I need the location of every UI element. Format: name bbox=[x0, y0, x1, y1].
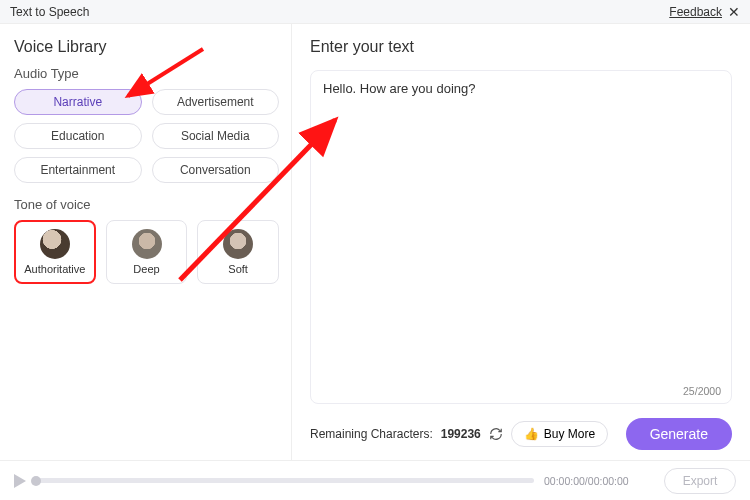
play-icon[interactable] bbox=[14, 474, 26, 488]
tone-of-voice-row: Authoritative Deep Soft bbox=[14, 220, 279, 284]
char-count: 25/2000 bbox=[683, 385, 721, 397]
avatar-icon bbox=[132, 229, 162, 259]
refresh-icon[interactable] bbox=[489, 427, 503, 441]
audio-type-label: Audio Type bbox=[14, 66, 279, 81]
audio-type-conversation[interactable]: Conversation bbox=[152, 157, 280, 183]
remaining-chars-value: 199236 bbox=[441, 427, 481, 441]
tone-card-deep[interactable]: Deep bbox=[106, 220, 188, 284]
close-icon[interactable]: ✕ bbox=[728, 4, 740, 20]
title-bar: Text to Speech Feedback ✕ bbox=[0, 0, 750, 24]
generate-button[interactable]: Generate bbox=[626, 418, 732, 450]
avatar-icon bbox=[40, 229, 70, 259]
enter-text-heading: Enter your text bbox=[310, 38, 732, 56]
text-input[interactable] bbox=[323, 81, 719, 393]
audio-type-education[interactable]: Education bbox=[14, 123, 142, 149]
avatar-icon bbox=[223, 229, 253, 259]
voice-library-title: Voice Library bbox=[14, 38, 279, 56]
tone-label: Soft bbox=[228, 263, 248, 275]
buy-more-button[interactable]: 👍 Buy More bbox=[511, 421, 608, 447]
tone-of-voice-label: Tone of voice bbox=[14, 197, 279, 212]
text-entry-panel: Enter your text 25/2000 Remaining Charac… bbox=[292, 24, 750, 460]
tone-label: Authoritative bbox=[24, 263, 85, 275]
app-title: Text to Speech bbox=[10, 5, 89, 19]
export-button[interactable]: Export bbox=[664, 468, 736, 494]
audio-type-grid: Narrative Advertisement Education Social… bbox=[14, 89, 279, 183]
buy-more-label: Buy More bbox=[544, 427, 595, 441]
text-input-wrap: 25/2000 bbox=[310, 70, 732, 404]
audio-type-entertainment[interactable]: Entertainment bbox=[14, 157, 142, 183]
tone-label: Deep bbox=[133, 263, 159, 275]
audio-type-narrative[interactable]: Narrative bbox=[14, 89, 142, 115]
feedback-link[interactable]: Feedback bbox=[669, 5, 722, 19]
audio-type-advertisement[interactable]: Advertisement bbox=[152, 89, 280, 115]
tone-card-authoritative[interactable]: Authoritative bbox=[14, 220, 96, 284]
thumbs-up-icon: 👍 bbox=[524, 427, 539, 441]
voice-library-panel: Voice Library Audio Type Narrative Adver… bbox=[0, 24, 292, 460]
seek-slider[interactable] bbox=[36, 478, 534, 483]
seek-knob[interactable] bbox=[31, 476, 41, 486]
player-bar: 00:00:00/00:00:00 Export bbox=[0, 460, 750, 500]
time-display: 00:00:00/00:00:00 bbox=[544, 475, 654, 487]
tone-card-soft[interactable]: Soft bbox=[197, 220, 279, 284]
remaining-chars-label: Remaining Characters: bbox=[310, 427, 433, 441]
audio-type-social-media[interactable]: Social Media bbox=[152, 123, 280, 149]
